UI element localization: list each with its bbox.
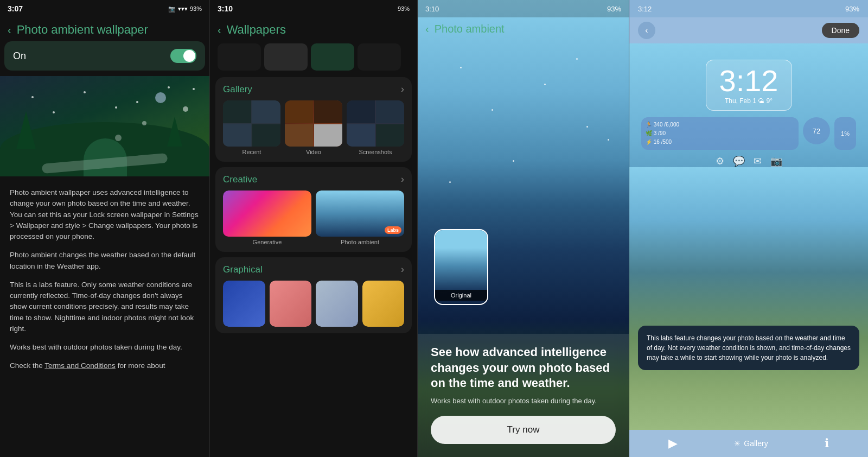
desc-text-2: Photo ambient changes the weather based … <box>10 250 200 272</box>
creative-thumbs: Generative Labs Photo ambient <box>223 191 404 245</box>
screenshots-label: Screenshots <box>347 149 404 155</box>
stats-widget[interactable]: 🏃 340 /6,000 🌿 3 /90 ⚡ 16 /500 <box>641 117 799 150</box>
desc-text-3: This is a labs feature. Only some weathe… <box>10 280 200 334</box>
top-thumb-2[interactable] <box>264 43 308 71</box>
top-thumb-3[interactable] <box>311 43 354 71</box>
desc-text-4: Works best with outdoor photos taken dur… <box>10 342 200 353</box>
terms-link[interactable]: Terms and Conditions <box>44 361 116 370</box>
lockscreen-icons: ⚙ 💬 ✉ 📷 <box>716 155 782 167</box>
small-widget[interactable]: 1% <box>834 117 856 150</box>
done-button[interactable]: Done <box>822 23 859 38</box>
stat-3: ⚡ 16 /500 <box>646 138 794 147</box>
status-icons-1: 📷 ▾▾▾ 93% <box>168 5 202 12</box>
video-label: Video <box>285 149 342 155</box>
battery-3: 93% <box>607 5 621 13</box>
thumb-g4[interactable] <box>362 281 405 327</box>
status-time-2: 3:10 <box>218 4 233 13</box>
battery-1: 93% <box>190 5 202 12</box>
thumb-g1[interactable] <box>223 281 265 327</box>
recent-label: Recent <box>223 149 280 155</box>
camera-icon: 📷 <box>168 5 176 12</box>
thumb-g2[interactable] <box>270 281 312 327</box>
graphical-arrow-icon[interactable]: › <box>401 264 404 275</box>
thumb-video[interactable]: Video <box>285 100 342 155</box>
thumb-photo-ambient[interactable]: Labs Photo ambient <box>316 191 404 245</box>
gallery-label: Gallery <box>744 439 768 448</box>
status-bar-3: 3:10 93% <box>418 0 629 17</box>
try-now-button[interactable]: Try now <box>431 416 616 444</box>
top-thumb-4[interactable] <box>358 43 401 71</box>
labs-badge: Labs <box>385 226 401 234</box>
gallery-label: Gallery <box>223 84 252 95</box>
info-icon[interactable]: ℹ <box>825 436 829 450</box>
graphical-thumbs <box>223 281 404 327</box>
mountain-area <box>629 167 868 430</box>
panel-photo-ambient-settings: 3:07 📷 ▾▾▾ 93% ‹ Photo ambient wallpaper… <box>0 0 210 457</box>
generative-label: Generative <box>223 239 311 245</box>
back-button-3[interactable]: ‹ <box>425 23 429 35</box>
creative-section: Creative › Generative Labs Photo ambient <box>215 167 412 252</box>
status-bar-2: 3:10 93% <box>210 0 417 17</box>
play-icon[interactable]: ▶ <box>668 436 678 450</box>
battery-2: 93% <box>398 5 410 12</box>
p3-bottom-panel: See how advanced intelligence changes yo… <box>418 334 629 457</box>
thumb-g3[interactable] <box>316 281 358 327</box>
circle-widget[interactable]: 72 <box>803 117 830 144</box>
status-bar-1: 3:07 📷 ▾▾▾ 93% <box>0 0 209 17</box>
message-icon[interactable]: 💬 <box>733 155 745 167</box>
creative-label: Creative <box>223 174 257 185</box>
big-time: 3:12 <box>719 66 778 96</box>
status-time-3: 3:10 <box>425 5 439 13</box>
lockscreen-content: 3:12 Thu, Feb 1 🌤 9° 🏃 340 /6,000 🌿 3 /9… <box>629 43 868 430</box>
thumb-generative[interactable]: Generative <box>223 191 311 245</box>
toggle-label: On <box>13 50 26 62</box>
status-time-4: 3:12 <box>638 5 652 13</box>
creative-arrow-icon[interactable]: › <box>401 174 404 185</box>
top-thumb-1[interactable] <box>218 43 261 71</box>
settings-icon[interactable]: ⚙ <box>716 155 724 167</box>
date-weather: Thu, Feb 1 🌤 9° <box>719 97 778 105</box>
toggle-row[interactable]: On <box>4 41 205 71</box>
panel-photo-ambient-preview: 3:10 93% ‹ Photo ambient Original See ho… <box>418 0 629 457</box>
wallpaper-top-scroll[interactable] <box>210 43 417 77</box>
back-button-4[interactable]: ‹ <box>638 22 655 39</box>
gallery-button[interactable]: ✳ Gallery <box>734 439 768 448</box>
page-title-2: Wallpapers <box>227 23 286 37</box>
original-photo-label: Original <box>435 290 487 301</box>
original-photo-card[interactable]: Original <box>434 229 488 305</box>
toggle-switch[interactable] <box>170 49 196 63</box>
thumb-recent[interactable]: Recent <box>223 100 280 155</box>
preview-image <box>0 76 209 176</box>
stat-2: 🌿 3 /90 <box>646 129 794 138</box>
dot-1 <box>183 106 188 112</box>
graphical-section-header[interactable]: Graphical › <box>223 264 404 275</box>
desc-text-1: Photo ambient wallpaper uses advanced in… <box>10 187 200 242</box>
wifi-icon: ▾▾▾ <box>178 5 188 12</box>
graphical-label: Graphical <box>223 264 263 275</box>
thumb-screenshots[interactable]: Screenshots <box>347 100 404 155</box>
page-title-1: Photo ambient wallpaper <box>17 23 148 37</box>
header-1: ‹ Photo ambient wallpaper <box>0 17 209 41</box>
stat-1: 🏃 340 /6,000 <box>646 120 794 129</box>
p4-header: ‹ Done <box>629 17 868 43</box>
tooltip-text: This labs feature changes your photo bas… <box>647 334 851 361</box>
status-icons-2: 93% <box>398 5 410 12</box>
gallery-section-header[interactable]: Gallery › <box>223 84 404 95</box>
gallery-thumbs: Recent Video Screenshots <box>223 100 404 155</box>
graphical-section: Graphical › <box>215 257 412 333</box>
tree-right <box>167 117 182 147</box>
back-button-1[interactable]: ‹ <box>8 24 11 36</box>
gallery-arrow-icon[interactable]: › <box>401 84 404 95</box>
status-time-1: 3:07 <box>8 4 23 13</box>
description-area: Photo ambient wallpaper uses advanced in… <box>0 182 209 457</box>
desc-text-5: Check the Terms and Conditions for more … <box>10 360 200 371</box>
back-button-2[interactable]: ‹ <box>218 24 221 36</box>
widgets-row: 🏃 340 /6,000 🌿 3 /90 ⚡ 16 /500 72 1% <box>641 117 856 150</box>
p2-header: ‹ Wallpapers <box>210 17 417 43</box>
mail-icon[interactable]: ✉ <box>754 155 762 167</box>
creative-section-header[interactable]: Creative › <box>223 174 404 185</box>
panel-wallpapers: 3:10 93% ‹ Wallpapers Gallery › <box>210 0 418 457</box>
p3-subtext: Works best with outdoor photos taken dur… <box>431 397 616 405</box>
gallery-section: Gallery › Recent <box>215 77 412 162</box>
camera-ls-icon[interactable]: 📷 <box>770 155 782 167</box>
